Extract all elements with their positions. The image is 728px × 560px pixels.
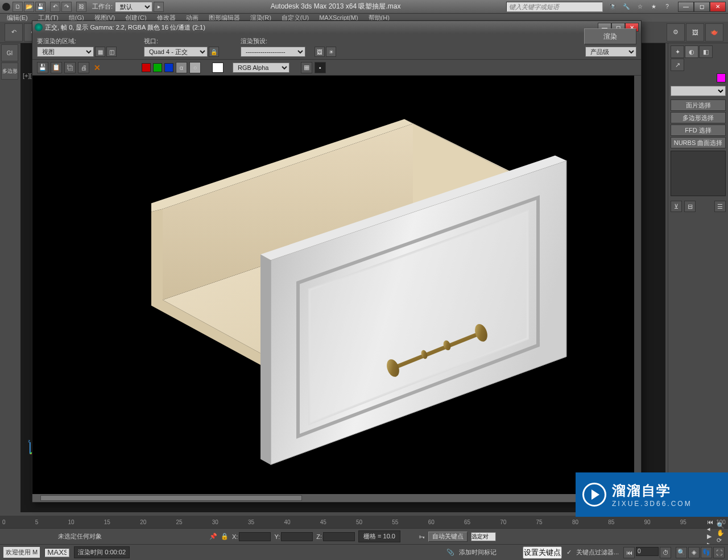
time-tag-icon[interactable]: 📎 — [446, 549, 454, 556]
poly-model-btn[interactable]: 多边形 — [1, 63, 18, 80]
undo-tool-icon[interactable]: ↶ — [5, 23, 23, 42]
add-time-tag[interactable]: 添加时间标记 — [459, 548, 497, 557]
patch-select-button[interactable]: 面片选择 — [671, 99, 726, 111]
key-mode-icon[interactable]: 🗝 — [419, 533, 425, 540]
channel-dropdown[interactable]: RGB Alpha — [233, 63, 289, 73]
lock-icon[interactable]: 🔒 — [221, 533, 229, 540]
render-scroll-horizontal[interactable] — [32, 494, 641, 502]
nav-max2-icon[interactable]: ⛶ — [713, 547, 725, 558]
maximize-button[interactable]: ◻ — [694, 2, 710, 12]
star-icon[interactable]: ☆ — [635, 2, 645, 12]
create-tab-icon[interactable]: ✦ — [671, 45, 684, 58]
x-input[interactable] — [239, 532, 271, 541]
clear-icon[interactable]: ✕ — [92, 62, 103, 73]
mono-channel-icon[interactable]: ○ — [189, 62, 201, 73]
hierarchy-tab-icon[interactable]: ◧ — [699, 45, 713, 58]
key-filter-label[interactable]: 关键点过滤器... — [576, 548, 619, 557]
show-end-icon[interactable]: ⊟ — [684, 201, 696, 212]
window-controls: — ◻ ✕ — [678, 2, 726, 12]
goto-start-icon[interactable]: ⏮ — [707, 518, 713, 525]
area-dropdown[interactable]: 视图 — [37, 47, 94, 57]
nurbs-select-button[interactable]: NURBS 曲面选择 — [671, 137, 726, 148]
region-icon[interactable]: ▦ — [95, 47, 105, 57]
search-input[interactable] — [506, 2, 603, 12]
auto-key-button[interactable]: 自动关键点 — [428, 532, 468, 542]
lock-viewport-icon[interactable]: 🔒 — [209, 47, 219, 57]
modifier-stack[interactable] — [671, 151, 726, 196]
blue-channel-icon[interactable] — [164, 63, 173, 72]
status-bar-lower: 欢迎使用 M 渲染时间 0:00:02 📎 添加时间标记 设置关键点 ✓ 关键点… — [0, 544, 728, 560]
toggle-ui-icon[interactable]: ▪ — [315, 62, 326, 73]
redo-icon[interactable]: ↷ — [61, 2, 72, 12]
copy-image-icon[interactable]: 📋 — [51, 62, 62, 73]
z-input[interactable] — [323, 532, 355, 541]
pin-stack-icon[interactable]: ⊻ — [671, 201, 682, 212]
nav-zoom2-icon[interactable]: 🔍 — [676, 547, 687, 558]
auto-key-target[interactable] — [471, 532, 496, 541]
favorite-icon[interactable]: ★ — [648, 2, 659, 12]
scroll-thumb-h[interactable] — [40, 495, 302, 501]
prev-key-icon[interactable]: ⏮ — [623, 547, 635, 558]
timeline[interactable]: 0510152025303540455055606570758085909510… — [0, 516, 728, 528]
render-output-viewport[interactable] — [32, 76, 641, 494]
render-window-titlebar[interactable]: 正交, 帧 0, 显示 Gamma: 2.2, RGBA 颜色 16 位/通道 … — [32, 21, 641, 34]
graphite-btn[interactable]: GI — [1, 44, 18, 61]
link-icon[interactable]: ⛓ — [76, 2, 86, 12]
preset-dropdown[interactable]: ------------------- — [241, 47, 305, 57]
green-channel-icon[interactable] — [153, 63, 162, 72]
render-frame-icon[interactable]: 🖼 — [686, 23, 704, 42]
modifier-list-dropdown[interactable] — [671, 86, 726, 96]
environment-icon[interactable]: ☀ — [326, 47, 336, 57]
frame-input[interactable] — [636, 547, 659, 556]
render-setup-icon[interactable]: ⚙ — [667, 23, 685, 42]
render-button[interactable]: 渲染 — [584, 28, 636, 44]
motion-tab-icon[interactable]: ↗ — [671, 59, 684, 71]
binoculars-icon[interactable]: 🔭 — [607, 2, 618, 12]
configure-icon[interactable]: ☰ — [714, 201, 726, 212]
maxscript-input[interactable] — [44, 548, 69, 557]
app-icon[interactable] — [2, 3, 10, 11]
close-button[interactable]: ✕ — [710, 2, 726, 12]
scroll-thumb[interactable] — [635, 81, 640, 479]
workspace-dropdown[interactable]: 默认 — [115, 2, 152, 12]
play-icon[interactable]: ▶ — [707, 533, 713, 540]
set-key-button[interactable]: 设置关键点 — [523, 546, 562, 559]
new-icon[interactable]: 🗋 — [13, 2, 23, 12]
toggle-overlay-icon[interactable]: ▦ — [301, 62, 312, 73]
nav-fov-icon[interactable]: ◈ — [688, 547, 700, 558]
alpha-channel-icon[interactable]: α — [176, 62, 187, 73]
auto-region-icon[interactable]: ◫ — [106, 47, 117, 57]
object-color-swatch[interactable] — [717, 73, 726, 82]
open-icon[interactable]: 📂 — [24, 2, 34, 12]
nav-zoom-icon[interactable]: 🔍 — [717, 522, 725, 529]
nav-orbit-icon[interactable]: ⟳ — [717, 537, 725, 544]
modify-tab-icon[interactable]: ◐ — [685, 45, 698, 58]
workspace-arrow-icon[interactable]: ▸ — [154, 2, 164, 12]
ffd-select-button[interactable]: FFD 选择 — [671, 125, 726, 136]
render-setup-icon2[interactable]: 🖼 — [315, 47, 325, 57]
key-filter-icon[interactable]: ✓ — [566, 549, 572, 556]
menu-item[interactable]: 编辑(E) — [7, 14, 28, 22]
save-image-icon[interactable]: 💾 — [37, 62, 48, 73]
y-input[interactable] — [281, 532, 313, 541]
bg-color-swatch[interactable] — [212, 63, 224, 73]
poly-select-button[interactable]: 多边形选择 — [671, 112, 726, 123]
prev-frame-icon[interactable]: ◂ — [707, 525, 713, 533]
production-dropdown[interactable]: 产品级 — [585, 47, 636, 57]
save-icon[interactable]: 💾 — [35, 2, 46, 12]
wrench-icon[interactable]: 🔧 — [621, 2, 631, 12]
render-scroll-vertical[interactable] — [634, 76, 641, 486]
undo-icon[interactable]: ↶ — [50, 2, 60, 12]
nav-walk-icon[interactable]: 👣 — [701, 547, 712, 558]
minimize-button[interactable]: — — [678, 2, 694, 12]
print-icon[interactable]: 🖨 — [78, 62, 89, 73]
nav-pan-icon[interactable]: ✋ — [717, 529, 725, 537]
status-bar-upper: 未选定任何对象 📌 🔒 X: Y: Z: 栅格 = 10.0 🗝 自动关键点 ⏮… — [0, 528, 728, 544]
teapot-render-icon[interactable]: 🫖 — [705, 23, 723, 42]
time-config-icon[interactable]: ⏱ — [660, 547, 671, 558]
help-icon[interactable]: ? — [662, 2, 672, 12]
viewport-dropdown[interactable]: Quad 4 - 正交 — [144, 47, 208, 57]
clone-window-icon[interactable]: ⿻ — [64, 62, 76, 73]
lock-selection-icon[interactable]: 📌 — [209, 533, 217, 540]
red-channel-icon[interactable] — [142, 63, 151, 72]
